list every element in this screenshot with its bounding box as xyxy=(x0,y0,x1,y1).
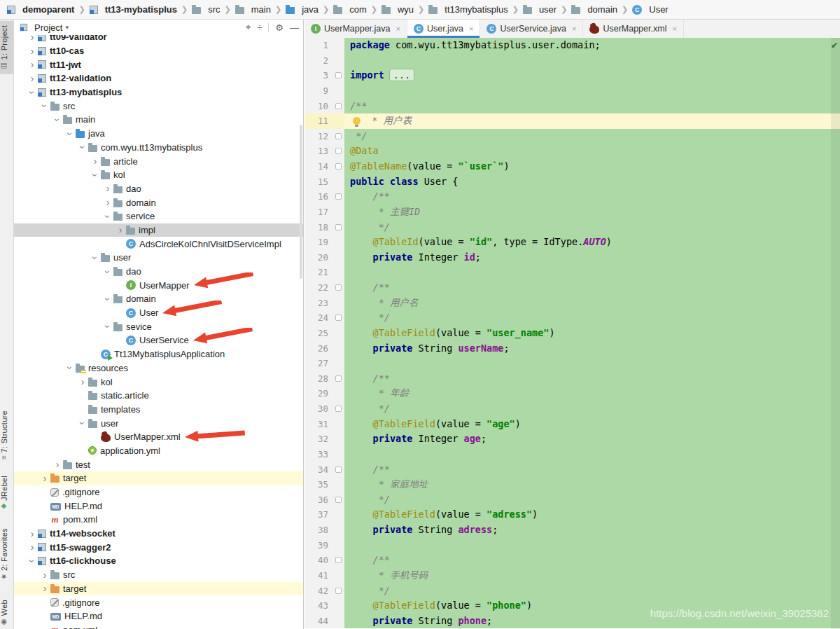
close-tab-icon[interactable]: × xyxy=(396,25,400,33)
tree-item-kol[interactable]: ›kol xyxy=(14,168,303,182)
line-number[interactable]: 27 xyxy=(304,356,344,371)
chevron-open-icon[interactable]: › xyxy=(78,417,88,429)
line-number[interactable]: 28 xyxy=(304,371,344,387)
fold-marker-icon[interactable] xyxy=(335,466,342,473)
tree-item-pom.xml[interactable]: mpom.xml xyxy=(14,513,303,527)
chevron-open-icon[interactable]: › xyxy=(27,87,37,98)
code-line-41[interactable]: 41 * 手机号码 xyxy=(304,568,840,583)
tree-item-adscirclekolchnlvisitdserviceimpl[interactable]: CAdsCircleKolChnlVisitDServiceImpl xyxy=(14,237,303,251)
fold-marker-icon[interactable] xyxy=(335,193,342,200)
line-number[interactable]: 31 xyxy=(304,417,344,432)
breadcrumb-item-src[interactable]: src xyxy=(192,4,220,15)
tree-item-userservice[interactable]: CUserService xyxy=(14,333,303,347)
tree-item-tt11-jwt[interactable]: ›tt11-jwt xyxy=(14,57,303,71)
tree-item-domain[interactable]: ›domain xyxy=(14,195,303,209)
tree-item-src[interactable]: ›src xyxy=(14,568,303,582)
code-line-37[interactable]: 37 @TableField(value = "adress") xyxy=(304,507,840,523)
line-number[interactable]: 17 xyxy=(304,205,344,220)
tree-item-tt16-clickhouse[interactable]: ›tt16-clickhouse xyxy=(14,554,303,568)
code-line-32[interactable]: 32 private Integer age; xyxy=(304,431,840,447)
fold-marker-icon[interactable] xyxy=(335,103,342,109)
tool-window-button-web[interactable]: ◉ Web xyxy=(0,595,13,629)
chevron-closed-icon[interactable]: › xyxy=(102,184,113,193)
tool-window-button-jrebel[interactable]: ◆ JRebel xyxy=(0,471,13,515)
code-line-26[interactable]: 26 private String userName; xyxy=(304,341,840,357)
line-number[interactable]: 39 xyxy=(304,538,344,553)
close-tab-icon[interactable]: × xyxy=(469,25,473,33)
line-number[interactable]: 32 xyxy=(304,431,344,447)
code-line-12[interactable]: 12 */ xyxy=(304,129,840,144)
tree-scrollbar[interactable] xyxy=(300,125,302,279)
code-line-29[interactable]: 29 * 年龄 xyxy=(304,386,840,401)
line-number[interactable]: 21 xyxy=(304,265,344,280)
fold-marker-icon[interactable] xyxy=(335,375,342,382)
tree-item-src[interactable]: ›src xyxy=(14,99,303,113)
code-line-18[interactable]: 18 */ xyxy=(304,220,840,235)
chevron-closed-icon[interactable]: › xyxy=(52,459,63,469)
chevron-closed-icon[interactable]: › xyxy=(39,474,50,483)
tree-item-.gitignore[interactable]: .gitignore xyxy=(14,485,303,499)
line-number[interactable]: 3 xyxy=(304,68,344,83)
tree-item-dao[interactable]: ›dao xyxy=(14,182,303,196)
code-line-30[interactable]: 30 */ xyxy=(304,401,840,417)
line-number[interactable]: 34 xyxy=(304,462,344,478)
tool-window-button-1-project[interactable]: ▤ 1: Project xyxy=(0,21,13,74)
code-line-38[interactable]: 38 private String adress; xyxy=(304,523,840,538)
breadcrumb-item-demoparent[interactable]: demoparent xyxy=(7,4,74,15)
code-line-39[interactable]: 39 xyxy=(304,538,840,553)
tool-window-button-7-structure[interactable]: ≡ 7: Structure xyxy=(0,406,13,464)
code-line-11[interactable]: 11 * 用户表 xyxy=(304,113,840,129)
tree-item-tt13-mybatisplus[interactable]: ›tt13-mybatisplus xyxy=(14,85,303,99)
code-line-15[interactable]: 15public class User { xyxy=(304,174,840,190)
line-number[interactable]: 10 xyxy=(304,99,344,114)
tree-item-tt12-validation[interactable]: ›tt12-validation xyxy=(14,71,303,85)
code-line-14[interactable]: 14@TableName(value = "`user`") xyxy=(304,159,840,174)
line-number[interactable]: 37 xyxy=(304,507,344,523)
breadcrumb-item-user[interactable]: user xyxy=(523,4,556,15)
fold-marker-icon[interactable] xyxy=(335,224,342,230)
chevron-open-icon[interactable]: › xyxy=(65,362,75,373)
fold-marker-icon[interactable] xyxy=(335,148,342,154)
line-number[interactable]: 36 xyxy=(304,492,344,508)
breadcrumb-item-tt13mybatisplus[interactable]: tt13mybatisplus xyxy=(428,4,507,15)
code-line-19[interactable]: 19 @TableId(value = "id", type = IdType.… xyxy=(304,235,840,250)
line-number[interactable]: 2 xyxy=(304,53,344,69)
line-number[interactable]: 11 xyxy=(304,113,344,129)
chevron-open-icon[interactable]: › xyxy=(103,266,113,277)
code-line-31[interactable]: 31 @TableField(value = "age") xyxy=(304,417,840,432)
code-line-25[interactable]: 25 @TableField(value = "user_name") xyxy=(304,326,840,341)
code-line-9[interactable]: 9 xyxy=(304,83,840,99)
code-line-10[interactable]: 10/** xyxy=(304,99,840,114)
chevron-closed-icon[interactable]: › xyxy=(27,46,38,56)
tree-item-tt13mybatisplusapplication[interactable]: CTt13MybatisplusApplication xyxy=(14,347,303,361)
chevron-open-icon[interactable]: › xyxy=(78,141,88,153)
editor-tab-userservice.java[interactable]: CUserService.java× xyxy=(480,20,583,38)
line-number[interactable]: 41 xyxy=(304,568,344,583)
line-number[interactable]: 29 xyxy=(304,386,344,401)
breadcrumb-item-com[interactable]: com xyxy=(333,4,367,15)
line-number[interactable]: 12 xyxy=(304,129,344,144)
code-line-1[interactable]: 1package com.wyu.tt13mybatisplus.user.do… xyxy=(304,38,840,53)
line-number[interactable]: 14 xyxy=(304,159,344,174)
chevron-closed-icon[interactable]: › xyxy=(39,570,50,580)
line-number[interactable]: 16 xyxy=(304,189,344,205)
code-line-3[interactable]: 3import... xyxy=(304,68,840,83)
inspection-ok-icon[interactable]: ✔ xyxy=(831,41,838,50)
breadcrumb-item-User[interactable]: CUser xyxy=(632,4,668,15)
tree-item-tt15-swagger2[interactable]: ›tt15-swagger2 xyxy=(14,540,303,554)
breadcrumb-item-java[interactable]: java xyxy=(286,4,318,15)
code-line-23[interactable]: 23 * 用户名 xyxy=(304,296,840,311)
line-number[interactable]: 42 xyxy=(304,583,344,599)
tree-item-usermapper.xml[interactable]: UserMapper.xml xyxy=(14,430,303,444)
close-tab-icon[interactable]: × xyxy=(572,25,576,33)
line-number[interactable]: 25 xyxy=(304,326,344,341)
fold-marker-icon[interactable] xyxy=(335,557,342,563)
tree-item-target[interactable]: ›target xyxy=(14,471,303,485)
chevron-open-icon[interactable]: › xyxy=(65,128,75,139)
tree-item-help.md[interactable]: MDHELP.md xyxy=(14,609,303,623)
chevron-open-icon[interactable]: › xyxy=(90,170,100,181)
breadcrumb-item-domain[interactable]: domain xyxy=(571,4,617,15)
tree-item-target[interactable]: ›target xyxy=(14,582,303,596)
chevron-down-icon[interactable]: ▾ xyxy=(65,24,69,31)
fold-marker-icon[interactable] xyxy=(335,72,342,78)
